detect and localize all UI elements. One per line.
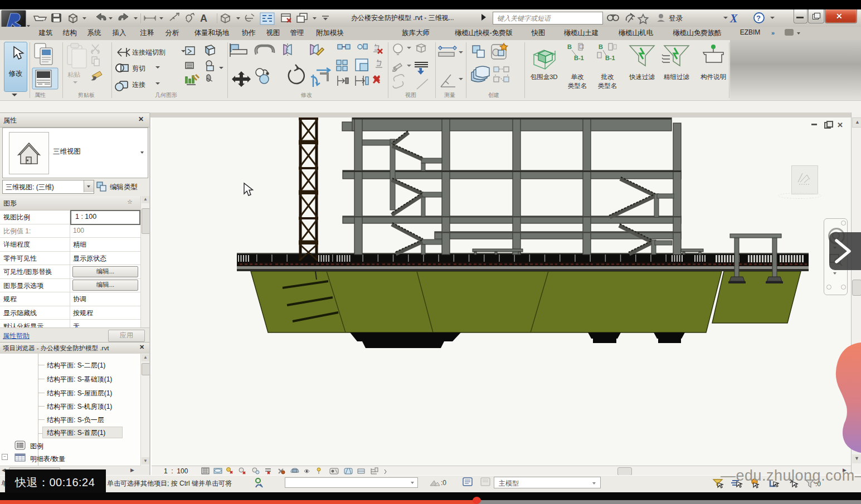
- svg-text:登录: 登录: [669, 14, 683, 22]
- svg-text:A: A: [200, 13, 207, 24]
- svg-text:?: ?: [756, 14, 761, 22]
- svg-text:连接: 连接: [132, 81, 145, 89]
- svg-text:单改: 单改: [571, 74, 585, 80]
- svg-text:构件说明: 构件说明: [701, 74, 726, 80]
- svg-text:B-1: B-1: [605, 55, 615, 61]
- svg-text:剪切: 剪切: [132, 65, 145, 72]
- svg-text:包围盒3D: 包围盒3D: [530, 74, 557, 80]
- svg-text:快速过滤: 快速过滤: [629, 74, 655, 80]
- svg-text:B: B: [599, 43, 603, 50]
- svg-text:精细过滤: 精细过滤: [663, 74, 690, 80]
- svg-text:类型名: 类型名: [568, 82, 587, 89]
- svg-text:B: B: [567, 43, 572, 50]
- svg-text:连接端切割: 连接端切割: [132, 48, 166, 56]
- svg-text:批改: 批改: [601, 74, 615, 80]
- svg-text:粘贴: 粘贴: [67, 71, 81, 78]
- svg-text:⬚: ⬚: [579, 43, 584, 49]
- svg-text:B-1: B-1: [574, 55, 584, 61]
- svg-text:X: X: [729, 12, 738, 25]
- svg-text:类型名: 类型名: [598, 82, 617, 89]
